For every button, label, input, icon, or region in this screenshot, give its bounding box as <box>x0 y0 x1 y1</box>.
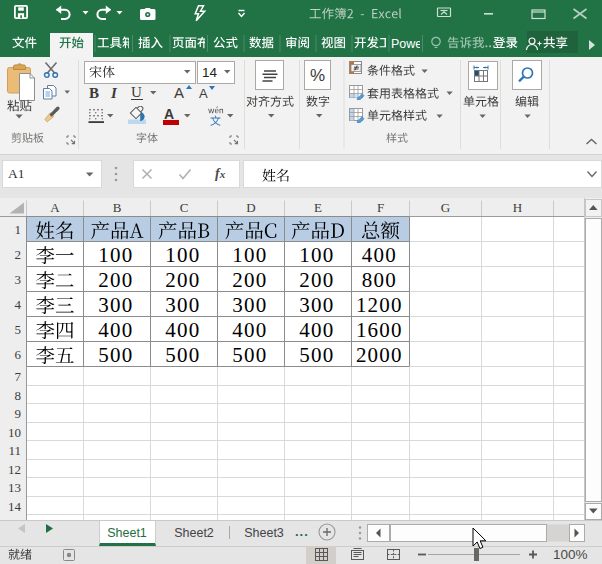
svg-text:D: D <box>246 200 255 215</box>
svg-text:100: 100 <box>165 243 200 267</box>
svg-text:13: 13 <box>8 480 21 495</box>
svg-text:10: 10 <box>8 425 21 440</box>
svg-text:G: G <box>441 200 450 215</box>
svg-text:400: 400 <box>165 318 200 342</box>
svg-text:300: 300 <box>232 293 267 317</box>
svg-text:7: 7 <box>15 369 22 384</box>
svg-text:12: 12 <box>8 462 21 477</box>
svg-text:5: 5 <box>15 322 22 337</box>
svg-text:300: 300 <box>299 293 334 317</box>
svg-text:200: 200 <box>299 268 334 292</box>
svg-text:300: 300 <box>165 293 200 317</box>
svg-text:200: 200 <box>98 268 133 292</box>
svg-text:1200: 1200 <box>356 293 403 317</box>
svg-text:9: 9 <box>15 406 22 421</box>
svg-text:2000: 2000 <box>356 343 403 367</box>
svg-text:14: 14 <box>8 499 22 514</box>
svg-text:400: 400 <box>98 318 133 342</box>
svg-text:400: 400 <box>299 318 334 342</box>
svg-text:400: 400 <box>362 243 397 267</box>
svg-text:200: 200 <box>165 268 200 292</box>
svg-text:500: 500 <box>299 343 334 367</box>
svg-text:E: E <box>314 200 322 215</box>
svg-text:500: 500 <box>232 343 267 367</box>
svg-text:800: 800 <box>362 268 397 292</box>
svg-text:6: 6 <box>15 347 22 362</box>
svg-text:1600: 1600 <box>356 318 403 342</box>
svg-text:100: 100 <box>232 243 267 267</box>
svg-text:500: 500 <box>98 343 133 367</box>
svg-text:400: 400 <box>232 318 267 342</box>
svg-text:100: 100 <box>98 243 133 267</box>
svg-text:200: 200 <box>232 268 267 292</box>
svg-text:1: 1 <box>15 222 22 237</box>
svg-text:C: C <box>180 200 189 215</box>
svg-text:3: 3 <box>15 272 22 287</box>
svg-text:H: H <box>513 200 522 215</box>
svg-text:4: 4 <box>15 297 22 312</box>
svg-text:100: 100 <box>299 243 334 267</box>
svg-text:500: 500 <box>165 343 200 367</box>
svg-text:B: B <box>113 200 122 215</box>
svg-text:F: F <box>377 200 384 215</box>
svg-text:300: 300 <box>98 293 133 317</box>
svg-text:A: A <box>50 200 60 215</box>
svg-text:8: 8 <box>15 388 22 403</box>
svg-text:2: 2 <box>15 247 22 262</box>
svg-text:11: 11 <box>8 443 21 458</box>
